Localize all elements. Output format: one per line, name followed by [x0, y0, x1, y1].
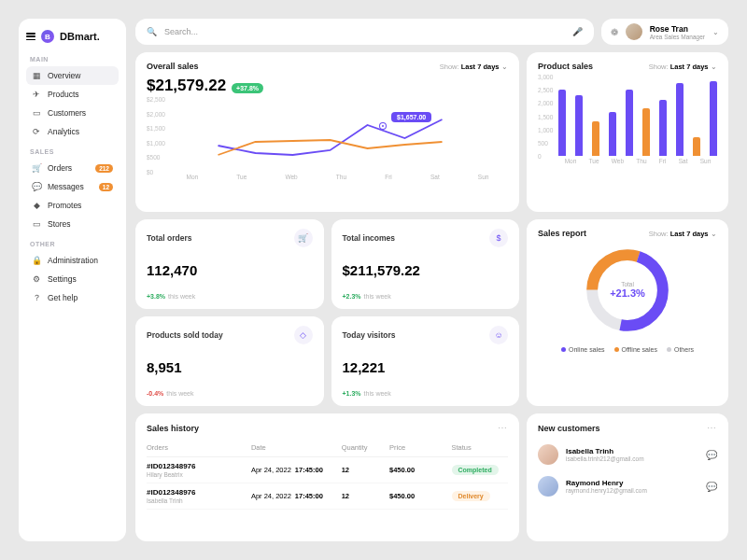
chat-icon[interactable]: 💬 [706, 482, 717, 492]
chat-icon: 💬 [32, 182, 41, 191]
card-total-incomes: Total incomes$ $211,579.22 +2.3%this wee… [331, 219, 520, 309]
menu-icon[interactable] [26, 33, 35, 40]
products-sold-value: 8,951 [147, 359, 313, 375]
history-row[interactable]: #ID012348976Hilary Beatrix Apr 24, 20221… [147, 457, 508, 483]
user-role: Area Sales Manager [650, 34, 705, 40]
avatar [538, 444, 558, 465]
product-sales-title: Product sales [538, 62, 593, 71]
nav-orders[interactable]: 🛒Orders212 [26, 159, 119, 177]
card-product-sales: Product sales Show:Last 7 days ⌄ 3,000 2… [527, 52, 728, 212]
nav-messages[interactable]: 💬Messages12 [26, 177, 119, 196]
chevron-down-icon[interactable]: ⌄ [501, 63, 508, 71]
lock-icon: 🔒 [32, 256, 41, 265]
overall-line-chart: $2,500 $2,000 $1,500 $1,000 $500 $0 $1,6… [147, 99, 508, 172]
chevron-down-icon[interactable]: ⌄ [712, 28, 719, 36]
help-icon: ？ [32, 293, 41, 302]
card-today-visitors: Today visitors☺ 12,221 +1.3%this week [331, 316, 520, 406]
rocket-icon: ✈ [32, 90, 41, 99]
donut-legend: Online sales Offline sales Others [561, 346, 694, 353]
search-input[interactable]: 🔍 Search... 🎤 [135, 19, 594, 45]
cart-icon: 🛒 [32, 163, 41, 173]
sales-donut-chart: Total +21.3% [581, 244, 674, 337]
logo-icon: B [41, 30, 54, 43]
brand-name: DBmart. [60, 31, 100, 42]
grid-icon: ▦ [32, 71, 41, 80]
card-total-orders: Total orders🛒 112,470 +3.8%this week [135, 219, 324, 309]
nav-customers[interactable]: ▭Customers [26, 104, 119, 122]
user-name: Rose Tran [650, 24, 705, 34]
nav-analytics[interactable]: ⟳Analytics [26, 122, 119, 141]
total-orders-value: 112,470 [147, 262, 313, 278]
dollar-icon: $ [489, 229, 508, 247]
user-icon: ◇ [294, 326, 313, 344]
overall-title: Overall sales [147, 62, 199, 71]
nav-section-other: OTHER [30, 241, 119, 247]
avatar[interactable] [626, 23, 642, 40]
report-range-select[interactable]: Last 7 days [670, 230, 709, 238]
card-overall-sales: Overall sales Show:Last 7 days ⌄ $21,579… [135, 52, 519, 212]
notifications-icon[interactable]: ❁ [611, 27, 618, 37]
refresh-icon: ⟳ [32, 127, 41, 136]
status-badge: Delivery [452, 491, 490, 501]
nav-overview[interactable]: ▦Overview [26, 66, 119, 85]
user-card-icon: ▭ [32, 108, 41, 118]
chat-icon[interactable]: 💬 [706, 450, 717, 460]
search-icon: 🔍 [147, 27, 157, 36]
store-icon: ▭ [32, 219, 41, 229]
chevron-down-icon[interactable]: ⌄ [711, 63, 717, 71]
mic-icon[interactable]: 🎤 [572, 27, 583, 36]
nav-section-sales: SALES [30, 148, 119, 155]
nav-promotes[interactable]: ◆Promotes [26, 196, 119, 215]
nav-stores[interactable]: ▭Stores [26, 215, 119, 233]
overall-range-select[interactable]: Last 7 days [461, 63, 500, 71]
product-range-select[interactable]: Last 7 days [670, 63, 709, 71]
history-row[interactable]: #ID012348976Isabella Trinh Apr 24, 20221… [147, 483, 508, 510]
tag-icon: ◆ [32, 201, 41, 210]
customer-row[interactable]: Raymond Henryraymond.henry12@gmail.com 💬 [538, 470, 717, 502]
gear-icon: ⚙ [32, 274, 41, 284]
card-products-sold: Products sold today◇ 8,951 -0.4%this wee… [135, 316, 324, 406]
card-sales-history: Sales history ⋯ OrdersDateQuantityPriceS… [135, 413, 519, 541]
more-icon[interactable]: ⋯ [498, 423, 508, 433]
chart-tooltip: $1,657.00 [391, 112, 431, 122]
card-sales-report: Sales report Show:Last 7 days ⌄ Total +2… [527, 219, 728, 407]
total-incomes-value: $211,579.22 [343, 262, 509, 278]
nav-help[interactable]: ？Get help [26, 288, 119, 307]
today-visitors-value: 12,221 [343, 359, 509, 375]
chevron-down-icon[interactable]: ⌄ [711, 230, 717, 238]
cart-icon: 🛒 [294, 229, 313, 247]
sidebar: B DBmart. MAIN ▦Overview ✈Products ▭Cust… [19, 19, 126, 541]
more-icon[interactable]: ⋯ [707, 423, 717, 433]
status-badge: Completed [452, 465, 499, 475]
card-new-customers: New customers ⋯ Isabella Trinhisabella.t… [527, 413, 728, 541]
orders-badge: 212 [95, 164, 113, 173]
avatar [538, 476, 558, 497]
smile-icon: ☺ [489, 326, 508, 344]
search-placeholder: Search... [164, 27, 198, 36]
nav-administration[interactable]: 🔒Administration [26, 251, 119, 270]
nav-section-main: MAIN [30, 56, 119, 63]
history-table-header: OrdersDateQuantityPriceStatus [147, 439, 508, 457]
topbar-user: ❁ Rose Tran Area Sales Manager ⌄ [601, 19, 728, 45]
product-bar-chart [538, 77, 717, 156]
sales-report-total: +21.3% [610, 287, 645, 299]
customer-row[interactable]: Isabella Trinhisabella.trinh212@gmail.co… [538, 439, 717, 470]
overall-delta: +37.8% [232, 83, 263, 93]
overall-value: $21,579.22 [147, 77, 226, 94]
nav-settings[interactable]: ⚙Settings [26, 270, 119, 288]
messages-badge: 12 [99, 183, 113, 191]
nav-products[interactable]: ✈Products [26, 85, 119, 104]
